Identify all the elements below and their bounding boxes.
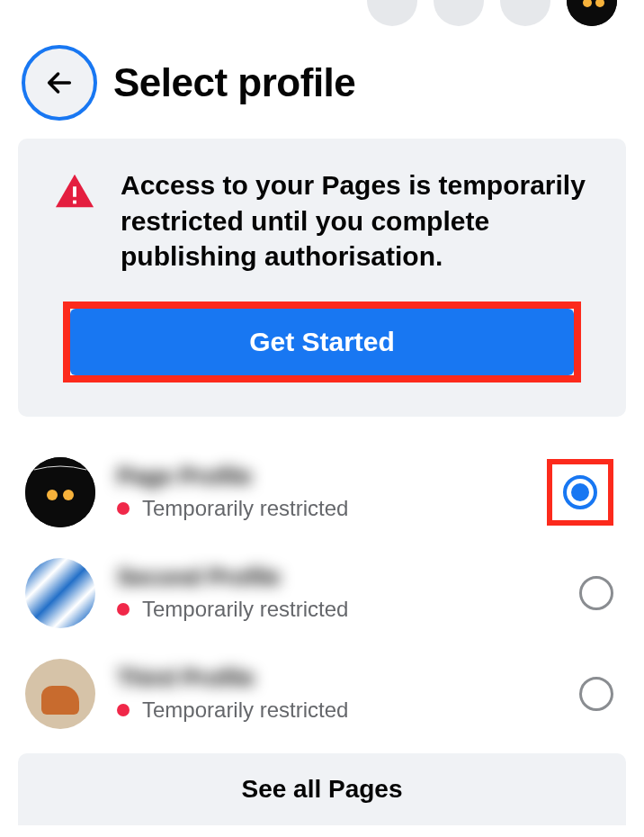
svg-rect-5 [25, 457, 95, 527]
nav-icon-placeholder[interactable] [367, 0, 417, 26]
status-text: Temporarily restricted [142, 496, 348, 521]
profile-radio[interactable] [579, 576, 613, 610]
svg-rect-0 [567, 0, 617, 26]
alert-content: Access to your Pages is temporarily rest… [54, 167, 590, 274]
profile-avatar [25, 457, 95, 527]
status-text: Temporarily restricted [142, 698, 348, 723]
get-started-highlight: Get Started [63, 302, 581, 382]
get-started-button[interactable]: Get Started [70, 309, 574, 375]
status-dot-icon [117, 603, 130, 616]
profile-info: Third Profile Temporarily restricted [117, 664, 558, 723]
profile-list-item[interactable]: Second Profile Temporarily restricted [25, 543, 619, 644]
profile-avatar [25, 558, 95, 628]
warning-icon [54, 171, 95, 216]
restriction-alert: Access to your Pages is temporarily rest… [18, 139, 626, 417]
profile-radio[interactable] [579, 677, 613, 711]
profile-info: Page Profile Temporarily restricted [117, 463, 525, 521]
panel-header: Select profile [18, 45, 626, 121]
svg-point-7 [63, 490, 74, 500]
profile-list-item[interactable]: Third Profile Temporarily restricted [25, 644, 619, 744]
radio-highlight [547, 459, 613, 526]
status-dot-icon [117, 502, 130, 515]
profile-status: Temporarily restricted [117, 597, 558, 622]
profile-list: Page Profile Temporarily restricted Seco… [18, 442, 626, 744]
status-dot-icon [117, 704, 130, 716]
select-profile-panel: Select profile Access to your Pages is t… [0, 27, 644, 825]
profile-name: Page Profile [117, 463, 525, 490]
svg-point-6 [47, 490, 58, 500]
profile-avatar [25, 659, 95, 729]
svg-rect-3 [73, 186, 76, 197]
profile-list-item[interactable]: Page Profile Temporarily restricted [25, 442, 619, 543]
nav-icon-placeholder[interactable] [500, 0, 550, 26]
status-text: Temporarily restricted [142, 597, 348, 622]
radio-wrap [579, 576, 613, 610]
alert-message: Access to your Pages is temporarily rest… [121, 167, 590, 274]
top-nav-bar [0, 0, 644, 27]
page-title: Select profile [113, 60, 355, 105]
back-button[interactable] [22, 45, 97, 121]
profile-status: Temporarily restricted [117, 496, 525, 521]
radio-wrap [579, 677, 613, 711]
profile-radio[interactable] [563, 475, 597, 509]
nav-icon-placeholder[interactable] [434, 0, 484, 26]
profile-status: Temporarily restricted [117, 698, 558, 723]
svg-rect-4 [73, 201, 76, 204]
profile-info: Second Profile Temporarily restricted [117, 563, 558, 622]
see-all-pages-button[interactable]: See all Pages [18, 753, 626, 825]
profile-name: Second Profile [117, 563, 558, 591]
user-avatar[interactable] [567, 0, 617, 26]
arrow-left-icon [44, 68, 75, 98]
profile-name: Third Profile [117, 664, 558, 692]
